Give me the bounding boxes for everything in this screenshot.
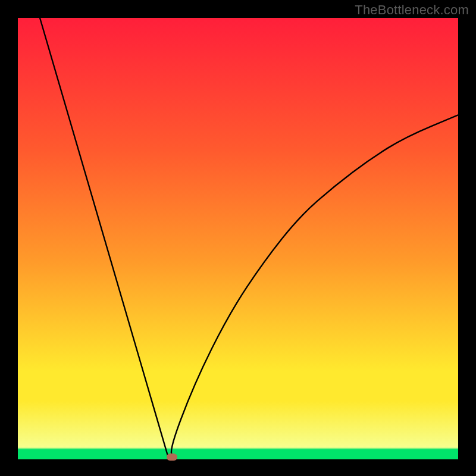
optimum-marker — [167, 453, 177, 461]
watermark-text: TheBottleneck.com — [355, 2, 469, 18]
chart-container: TheBottleneck.com — [0, 0, 476, 476]
bottleneck-plot — [0, 0, 476, 476]
plot-background — [18, 18, 458, 459]
